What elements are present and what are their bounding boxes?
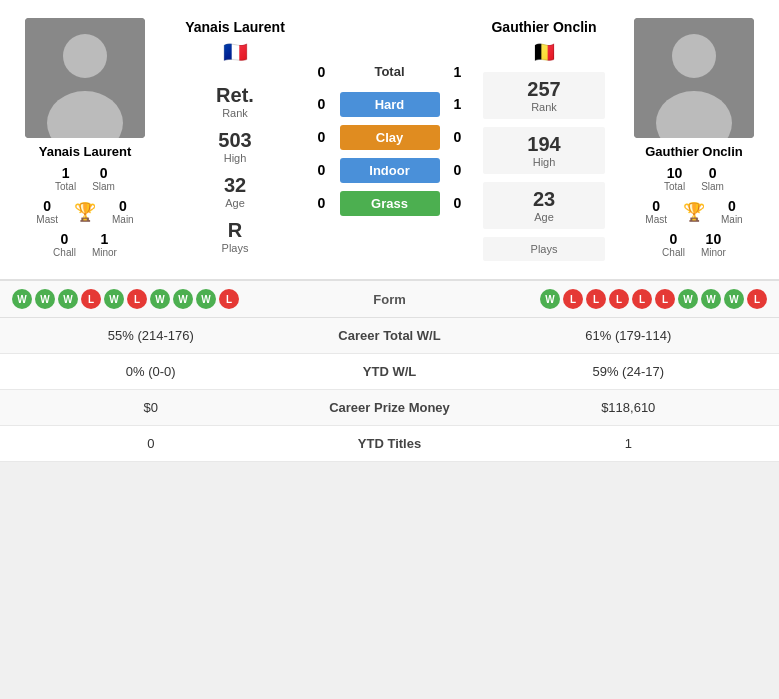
p2-clay-count: 0 [448,129,468,145]
stats-table: 55% (214-176)Career Total W/L61% (179-11… [0,318,779,462]
form-badge-p2: W [701,289,721,309]
player2-name-top: Gauthier Onclin [491,18,596,36]
player1-slam-value: 0 [100,165,108,181]
player1-trophy-cell: 🏆 [74,198,96,225]
player1-total-label: Total [55,181,76,192]
player1-slam-label: Slam [92,181,115,192]
trophy-icon-right: 🏆 [683,201,705,223]
stats-left-val: 0 [12,436,290,451]
form-section: WWWLWLWWWL Form WLLLLLWWWL [0,281,779,318]
player2-avatar [634,18,754,138]
player2-rank-block: 257 Rank [483,72,605,119]
stats-center-label: YTD Titles [290,436,490,451]
player1-rank-value: Ret. [216,84,254,107]
form-badge-p1: W [35,289,55,309]
form-badge-p2: W [540,289,560,309]
p1-indoor-count: 0 [312,162,332,178]
indoor-button[interactable]: Indoor [340,158,440,183]
player2-stats-row2: 0 Mast 🏆 0 Main [617,198,771,225]
player2-trophy-cell: 🏆 [683,198,705,225]
player1-slam-cell: 0 Slam [92,165,115,192]
player2-slam-cell: 0 Slam [701,165,724,192]
stats-right-val: 59% (24-17) [490,364,768,379]
player2-high-block: 194 High [483,127,605,174]
hard-button[interactable]: Hard [340,92,440,117]
player1-main-value: 0 [119,198,127,214]
form-label: Form [340,292,440,307]
player1-avatar [25,18,145,138]
player2-flag: 🇧🇪 [532,40,557,64]
grass-button[interactable]: Grass [340,191,440,216]
svg-point-1 [63,34,107,78]
total-label: Total [340,64,440,79]
player2-high-label: High [487,156,601,168]
player1-name: Yanais Laurent [39,144,131,159]
player2-minor-cell: 10 Minor [701,231,726,258]
player1-main-label: Main [112,214,134,225]
player1-chall-value: 0 [61,231,69,247]
stats-right-val: 61% (179-114) [490,328,768,343]
player2-main-cell: 0 Main [721,198,743,225]
hard-row: 0 Hard 1 [308,92,471,117]
p2-grass-count: 0 [448,195,468,211]
form-badge-p2: L [632,289,652,309]
form-badge-p2: L [563,289,583,309]
p1-clay-count: 0 [312,129,332,145]
stats-left-val: 0% (0-0) [12,364,290,379]
player1-high-block: 503 High [218,129,251,164]
player2-middle-stats: Gauthier Onclin 🇧🇪 257 Rank 194 High 23 … [479,10,609,269]
player2-rank-value: 257 [487,78,601,101]
player2-form: WLLLLLWWWL [440,289,768,309]
player2-total-label: Total [664,181,685,192]
p2-total-count: 1 [448,64,468,80]
total-row: 0 Total 1 [312,64,468,80]
stats-right-val: 1 [490,436,768,451]
stats-row: 55% (214-176)Career Total W/L61% (179-11… [0,318,779,354]
player1-chall-label: Chall [53,247,76,258]
surfaces-column: 0 Total 1 0 Hard 1 0 Clay 0 0 Indoor 0 0 [300,10,479,269]
main-container: Yanais Laurent 1 Total 0 Slam 0 Mast 🏆 [0,0,779,462]
clay-button[interactable]: Clay [340,125,440,150]
player1-minor-value: 1 [101,231,109,247]
stats-center-label: YTD W/L [290,364,490,379]
player2-main-label: Main [721,214,743,225]
trophy-icon-left: 🏆 [74,201,96,223]
player2-total-value: 10 [667,165,683,181]
form-badge-p2: L [747,289,767,309]
player1-total-cell: 1 Total [55,165,76,192]
player2-minor-label: Minor [701,247,726,258]
stats-center-label: Career Total W/L [290,328,490,343]
player1-rank-label: Rank [216,107,254,119]
player1-stats-row2: 0 Mast 🏆 0 Main [8,198,162,225]
p1-hard-count: 0 [312,96,332,112]
player2-rank-label: Rank [487,101,601,113]
form-badge-p1: L [219,289,239,309]
form-badge-p1: L [81,289,101,309]
player2-column: Gauthier Onclin 10 Total 0 Slam 0 Mast 🏆 [609,10,779,269]
player1-stats-row1: 1 Total 0 Slam [8,165,162,192]
player1-form: WWWLWLWWWL [12,289,340,309]
player2-name: Gauthier Onclin [645,144,743,159]
player2-age-value: 23 [487,188,601,211]
player1-total-value: 1 [62,165,70,181]
stats-row: $0Career Prize Money$118,610 [0,390,779,426]
form-badge-p1: W [150,289,170,309]
player2-slam-label: Slam [701,181,724,192]
player1-middle-stats: Yanais Laurent 🇫🇷 Ret. Rank 503 High 32 … [170,10,300,269]
player2-mast-label: Mast [645,214,667,225]
player1-flag: 🇫🇷 [223,40,248,64]
stats-row: 0% (0-0)YTD W/L59% (24-17) [0,354,779,390]
stats-left-val: 55% (214-176) [12,328,290,343]
p1-grass-count: 0 [312,195,332,211]
player1-minor-label: Minor [92,247,117,258]
player1-plays-block: R Plays [222,219,249,254]
player2-plays-label: Plays [487,243,601,255]
player1-chall-cell: 0 Chall [53,231,76,258]
player1-main-cell: 0 Main [112,198,134,225]
stats-center-label: Career Prize Money [290,400,490,415]
player2-slam-value: 0 [709,165,717,181]
stats-right-val: $118,610 [490,400,768,415]
form-badge-p2: W [678,289,698,309]
player2-total-cell: 10 Total [664,165,685,192]
player2-chall-label: Chall [662,247,685,258]
